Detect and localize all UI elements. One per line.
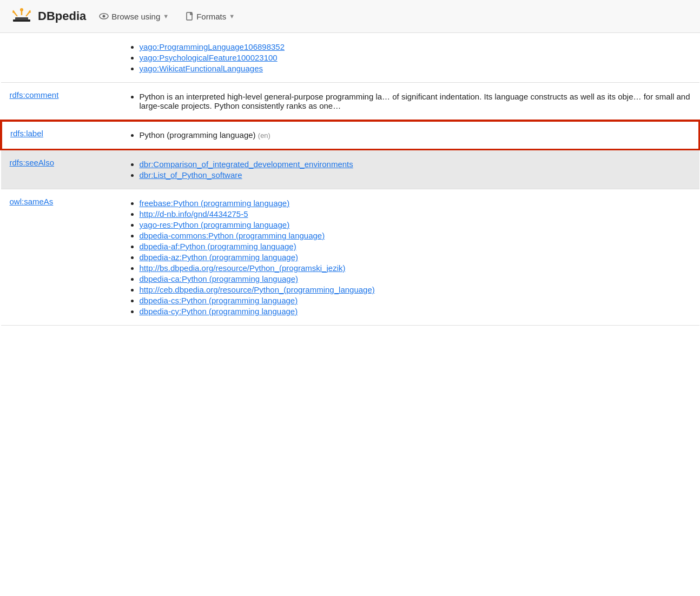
lang-tag: (en) xyxy=(258,131,270,140)
main-content: yago:ProgrammingLanguage106898352 yago:P… xyxy=(0,33,700,326)
yago-wikicat-link[interactable]: yago:WikicatFunctionalLanguages xyxy=(140,64,263,73)
yago-res-link[interactable]: yago-res:Python (programming language) xyxy=(140,220,290,229)
formats-button[interactable]: Formats ▼ xyxy=(182,10,239,23)
list-item: http://bs.dbpedia.org/resource/Python_(p… xyxy=(140,263,691,273)
logo-text: DBpedia xyxy=(38,9,86,23)
logo-link[interactable]: DBpedia xyxy=(10,5,86,27)
dbpedia-logo-icon xyxy=(10,5,34,27)
list-item: dbpedia-cy:Python (programming language) xyxy=(140,307,691,316)
list-item: dbpedia-cs:Python (programming language) xyxy=(140,296,691,305)
yago-psychological-feature-link[interactable]: yago:PsychologicalFeature100023100 xyxy=(140,53,278,62)
value-list: Python (programming language) (en) xyxy=(129,130,690,140)
value-list: Python is an interpreted high-level gene… xyxy=(129,92,691,110)
rdfs-seealso-property-link[interactable]: rdfs:seeAlso xyxy=(10,158,55,167)
dbpedia-commons-link[interactable]: dbpedia-commons:Python (programming lang… xyxy=(140,231,325,240)
property-cell: rdfs:seeAlso xyxy=(1,150,120,189)
list-item: dbr:Comparison_of_integrated_development… xyxy=(140,160,691,169)
table-row-rdfs-label: rdfs:label Python (programming language)… xyxy=(1,121,699,150)
list-item: yago-res:Python (programming language) xyxy=(140,220,691,229)
dbpedia-az-link[interactable]: dbpedia-az:Python (programming language) xyxy=(140,253,299,262)
rdfs-comment-property-link[interactable]: rdfs:comment xyxy=(10,90,59,100)
property-cell-rdfs-label: rdfs:label xyxy=(1,121,120,150)
bs-dbpedia-link[interactable]: http://bs.dbpedia.org/resource/Python_(p… xyxy=(140,263,346,273)
browse-using-chevron-icon: ▼ xyxy=(163,13,169,19)
values-cell: dbr:Comparison_of_integrated_development… xyxy=(120,150,699,189)
formats-chevron-icon: ▼ xyxy=(229,13,235,19)
property-cell xyxy=(1,33,120,83)
dbpedia-af-link[interactable]: dbpedia-af:Python (programming language) xyxy=(140,242,296,251)
list-item: http://d-nb.info/gnd/4434275-5 xyxy=(140,209,691,218)
list-item: http://ceb.dbpedia.org/resource/Python_(… xyxy=(140,285,691,294)
value-list: freebase:Python (programming language) h… xyxy=(129,198,691,316)
eye-icon xyxy=(99,12,109,20)
browse-using-label: Browse using xyxy=(111,12,160,21)
svg-rect-1 xyxy=(15,17,28,20)
table-row: owl:sameAs freebase:Python (programming … xyxy=(1,189,699,326)
value-list: yago:ProgrammingLanguage106898352 yago:P… xyxy=(129,42,691,73)
label-text: Python (programming language) xyxy=(140,130,258,140)
property-cell: rdfs:comment xyxy=(1,83,120,121)
svg-point-8 xyxy=(12,11,15,13)
formats-label: Formats xyxy=(196,12,226,21)
dbpedia-ca-link[interactable]: dbpedia-ca:Python (programming language) xyxy=(140,274,299,283)
list-item: dbpedia-ca:Python (programming language) xyxy=(140,274,691,283)
dbr-comparison-link[interactable]: dbr:Comparison_of_integrated_development… xyxy=(140,160,353,169)
freebase-link[interactable]: freebase:Python (programming language) xyxy=(140,198,290,208)
rdfs-label-property-link[interactable]: rdfs:label xyxy=(10,129,43,138)
list-item: Python (programming language) (en) xyxy=(140,130,690,140)
dbpedia-cy-link[interactable]: dbpedia-cy:Python (programming language) xyxy=(140,307,298,316)
property-cell: owl:sameAs xyxy=(1,189,120,326)
dbr-list-python-link[interactable]: dbr:List_of_Python_software xyxy=(140,170,242,180)
list-item: dbpedia-af:Python (programming language) xyxy=(140,242,691,251)
dnb-link[interactable]: http://d-nb.info/gnd/4434275-5 xyxy=(140,209,248,218)
list-item: dbpedia-commons:Python (programming lang… xyxy=(140,231,691,240)
list-item: yago:WikicatFunctionalLanguages xyxy=(140,64,691,73)
owl-sameas-property-link[interactable]: owl:sameAs xyxy=(10,197,54,206)
browse-using-button[interactable]: Browse using ▼ xyxy=(95,10,173,23)
table-row: rdfs:comment Python is an interpreted hi… xyxy=(1,83,699,121)
list-item: dbpedia-az:Python (programming language) xyxy=(140,253,691,262)
svg-point-7 xyxy=(20,8,23,11)
data-table: yago:ProgrammingLanguage106898352 yago:P… xyxy=(0,33,700,326)
value-list: dbr:Comparison_of_integrated_development… xyxy=(129,160,691,180)
ceb-dbpedia-link[interactable]: http://ceb.dbpedia.org/resource/Python_(… xyxy=(140,285,375,294)
list-item: freebase:Python (programming language) xyxy=(140,198,691,208)
page-header: DBpedia Browse using ▼ Formats ▼ xyxy=(0,0,700,33)
document-icon xyxy=(186,12,194,21)
values-cell: yago:ProgrammingLanguage106898352 yago:P… xyxy=(120,33,699,83)
comment-text: Python is an interpreted high-level gene… xyxy=(140,92,690,110)
list-item: yago:ProgrammingLanguage106898352 xyxy=(140,42,691,51)
list-item: dbr:List_of_Python_software xyxy=(140,170,691,180)
svg-point-9 xyxy=(29,11,31,13)
dbpedia-cs-link[interactable]: dbpedia-cs:Python (programming language) xyxy=(140,296,298,305)
yago-programming-language-link[interactable]: yago:ProgrammingLanguage106898352 xyxy=(140,42,285,51)
list-item: yago:PsychologicalFeature100023100 xyxy=(140,53,691,62)
values-cell-rdfs-label: Python (programming language) (en) xyxy=(120,121,699,150)
table-row: rdfs:seeAlso dbr:Comparison_of_integrate… xyxy=(1,150,699,189)
list-item: Python is an interpreted high-level gene… xyxy=(140,92,691,110)
svg-point-11 xyxy=(103,15,105,18)
values-cell: Python is an interpreted high-level gene… xyxy=(120,83,699,121)
table-row: yago:ProgrammingLanguage106898352 yago:P… xyxy=(1,33,699,83)
values-cell: freebase:Python (programming language) h… xyxy=(120,189,699,326)
